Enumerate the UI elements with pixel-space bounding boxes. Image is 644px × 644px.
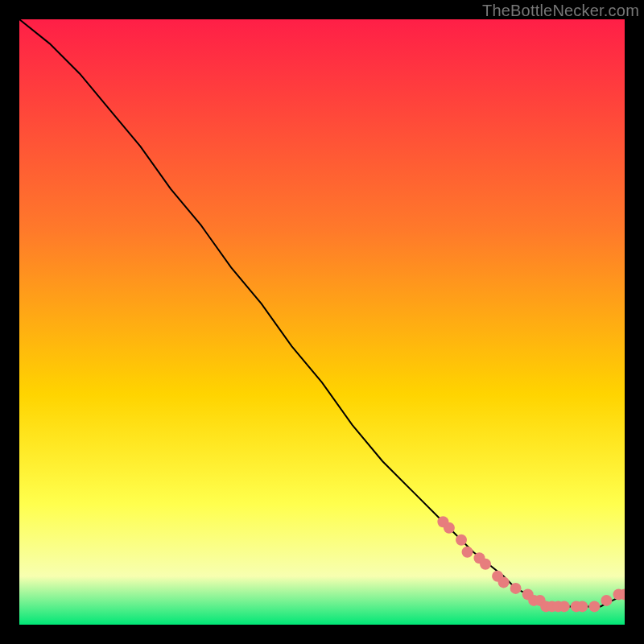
data-marker bbox=[498, 576, 510, 588]
data-marker bbox=[444, 522, 455, 534]
data-marker bbox=[480, 559, 491, 570]
data-marker bbox=[601, 595, 612, 606]
data-marker bbox=[576, 601, 588, 612]
data-marker bbox=[456, 535, 467, 546]
plot-area bbox=[19, 19, 625, 625]
data-marker bbox=[510, 583, 522, 594]
chart-frame: TheBottleNecker.com bbox=[0, 0, 644, 644]
chart-svg bbox=[19, 19, 625, 625]
watermark-text: TheBottleNecker.com bbox=[482, 2, 639, 20]
data-marker bbox=[462, 547, 473, 558]
data-marker bbox=[588, 601, 600, 612]
data-marker bbox=[559, 601, 570, 612]
